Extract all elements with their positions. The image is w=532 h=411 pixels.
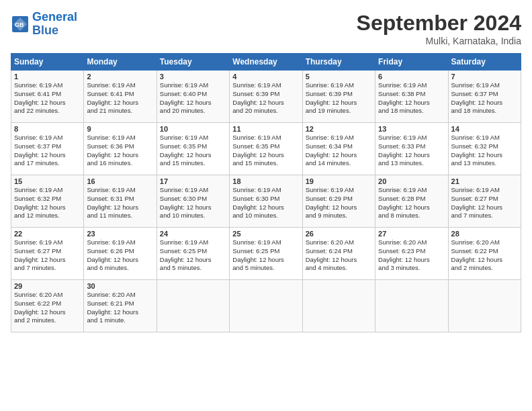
cell-line: Sunset: 6:40 PM [160,90,226,99]
cell-line: Sunrise: 6:20 AM [451,238,518,247]
day-number: 15 [14,177,81,185]
calendar-cell: 30Sunrise: 6:20 AMSunset: 6:21 PMDayligh… [84,280,157,332]
cell-content: Sunrise: 6:20 AMSunset: 6:22 PMDaylight:… [451,238,518,273]
cell-line: Daylight: 12 hours [87,256,153,265]
cell-line: and 8 minutes. [378,212,445,220]
day-number: 11 [232,125,299,133]
cell-line: Daylight: 12 hours [378,203,445,212]
cell-line: and 21 minutes. [87,107,153,116]
cell-content: Sunrise: 6:19 AMSunset: 6:39 PMDaylight:… [306,81,372,116]
cell-line: and 13 minutes. [378,159,445,168]
calendar-cell [157,280,229,332]
calendar-cell [448,280,521,332]
logo-text: General Blue [32,11,77,38]
cell-line: Sunrise: 6:20 AM [306,238,372,247]
cell-line: Daylight: 12 hours [306,151,372,160]
calendar-cell: 22Sunrise: 6:19 AMSunset: 6:27 PMDayligh… [11,228,84,280]
cell-line: and 15 minutes. [232,159,299,168]
calendar-cell: 28Sunrise: 6:20 AMSunset: 6:22 PMDayligh… [448,228,521,280]
cell-content: Sunrise: 6:19 AMSunset: 6:27 PMDaylight:… [14,238,81,273]
cell-line: Daylight: 12 hours [87,151,153,160]
cell-content: Sunrise: 6:19 AMSunset: 6:29 PMDaylight:… [306,186,372,220]
day-header: Saturday [448,54,521,71]
cell-line: Sunset: 6:24 PM [306,247,372,256]
cell-line: Sunset: 6:39 PM [306,90,372,99]
cell-content: Sunrise: 6:19 AMSunset: 6:26 PMDaylight:… [87,238,153,273]
cell-line: Sunrise: 6:19 AM [87,186,153,195]
calendar-cell: 3Sunrise: 6:19 AMSunset: 6:40 PMDaylight… [157,71,229,123]
cell-content: Sunrise: 6:19 AMSunset: 6:39 PMDaylight:… [232,81,299,116]
cell-line: Sunset: 6:30 PM [160,195,226,203]
day-number: 3 [160,73,226,81]
cell-content: Sunrise: 6:20 AMSunset: 6:23 PMDaylight:… [378,238,445,273]
cell-content: Sunrise: 6:20 AMSunset: 6:24 PMDaylight:… [306,238,372,273]
cell-content: Sunrise: 6:19 AMSunset: 6:33 PMDaylight:… [378,134,445,168]
cell-line: and 13 minutes. [451,159,518,168]
day-number: 30 [87,282,153,290]
cell-line: Sunset: 6:29 PM [306,195,372,203]
cell-line: Sunrise: 6:19 AM [306,186,372,195]
day-number: 8 [14,125,81,133]
cell-line: Daylight: 12 hours [160,99,226,107]
cell-line: and 10 minutes. [232,212,299,220]
calendar-cell [302,280,375,332]
cell-line: and 5 minutes. [160,264,226,273]
cell-content: Sunrise: 6:19 AMSunset: 6:41 PMDaylight:… [14,81,81,116]
cell-line: Sunrise: 6:19 AM [232,134,299,142]
day-header: Thursday [302,54,375,71]
cell-line: Sunset: 6:34 PM [306,142,372,151]
cell-content: Sunrise: 6:19 AMSunset: 6:30 PMDaylight:… [232,186,299,220]
cell-line: and 16 minutes. [87,159,153,168]
calendar-cell: 25Sunrise: 6:19 AMSunset: 6:25 PMDayligh… [230,228,302,280]
cell-line: Sunrise: 6:19 AM [14,134,81,142]
cell-line: Daylight: 12 hours [451,203,518,212]
calendar-cell: 13Sunrise: 6:19 AMSunset: 6:33 PMDayligh… [375,123,448,175]
cell-content: Sunrise: 6:19 AMSunset: 6:37 PMDaylight:… [451,81,518,116]
cell-line: and 4 minutes. [306,264,372,273]
calendar-cell: 14Sunrise: 6:19 AMSunset: 6:32 PMDayligh… [448,123,521,175]
day-number: 28 [451,230,518,238]
cell-line: Sunset: 6:23 PM [378,247,445,256]
cell-line: and 5 minutes. [232,264,299,273]
cell-line: Sunset: 6:21 PM [87,300,153,308]
cell-line: and 19 minutes. [306,107,372,116]
cell-line: Sunset: 6:37 PM [14,142,81,151]
cell-content: Sunrise: 6:19 AMSunset: 6:28 PMDaylight:… [378,186,445,220]
cell-line: Sunrise: 6:19 AM [451,81,518,90]
cell-line: Daylight: 12 hours [232,151,299,160]
cell-line: Sunset: 6:39 PM [232,90,299,99]
day-number: 27 [378,230,445,238]
cell-line: Daylight: 12 hours [378,99,445,107]
cell-line: Sunrise: 6:19 AM [232,186,299,195]
calendar-cell: 12Sunrise: 6:19 AMSunset: 6:34 PMDayligh… [302,123,375,175]
cell-line: Sunrise: 6:19 AM [451,134,518,142]
cell-content: Sunrise: 6:19 AMSunset: 6:32 PMDaylight:… [451,134,518,168]
calendar-cell: 1Sunrise: 6:19 AMSunset: 6:41 PMDaylight… [11,71,84,123]
cell-line: and 20 minutes. [160,107,226,116]
cell-line: and 11 minutes. [87,212,153,220]
cell-line: Sunset: 6:32 PM [451,142,518,151]
cell-line: Sunrise: 6:20 AM [87,291,153,300]
cell-content: Sunrise: 6:19 AMSunset: 6:34 PMDaylight:… [306,134,372,168]
calendar-week-row: 15Sunrise: 6:19 AMSunset: 6:32 PMDayligh… [11,175,521,228]
cell-line: Sunset: 6:33 PM [378,142,445,151]
calendar-cell: 23Sunrise: 6:19 AMSunset: 6:26 PMDayligh… [84,228,157,280]
day-number: 29 [14,282,81,290]
cell-line: Sunrise: 6:19 AM [14,186,81,195]
day-header: Sunday [11,54,84,71]
calendar-week-row: 22Sunrise: 6:19 AMSunset: 6:27 PMDayligh… [11,228,521,280]
cell-line: Sunrise: 6:19 AM [232,81,299,90]
cell-line: Sunset: 6:41 PM [14,90,81,99]
cell-line: and 10 minutes. [160,212,226,220]
cell-line: Sunset: 6:22 PM [14,300,81,308]
calendar-page: GB General Blue September 2024 Mulki, Ka… [0,0,532,411]
cell-line: Sunrise: 6:19 AM [14,238,81,247]
day-number: 2 [87,73,153,81]
cell-line: and 2 minutes. [14,316,81,325]
cell-line: Sunrise: 6:19 AM [87,238,153,247]
cell-line: Sunrise: 6:19 AM [232,238,299,247]
logo-line1: General [32,10,77,24]
cell-content: Sunrise: 6:19 AMSunset: 6:38 PMDaylight:… [378,81,445,116]
calendar-cell: 21Sunrise: 6:19 AMSunset: 6:27 PMDayligh… [448,175,521,228]
calendar-body: 1Sunrise: 6:19 AMSunset: 6:41 PMDaylight… [11,71,521,332]
